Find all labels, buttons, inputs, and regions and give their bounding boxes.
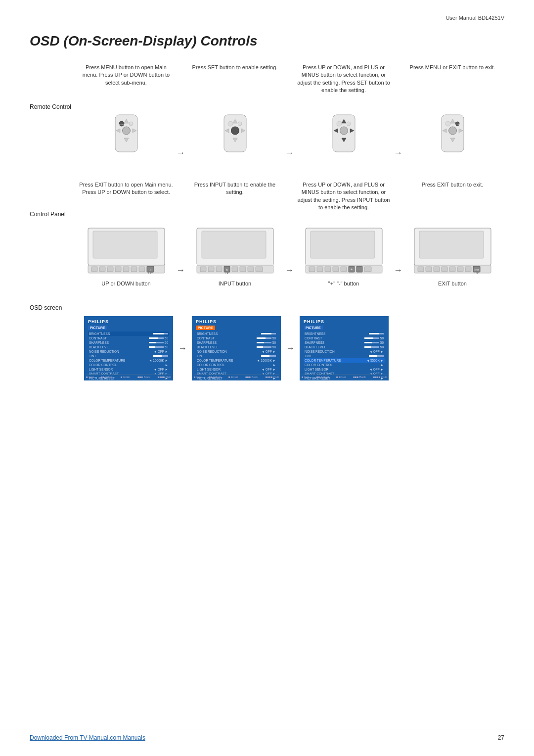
svg-rect-38 — [99, 267, 105, 272]
svg-point-22 — [340, 127, 348, 135]
svg-rect-57 — [248, 267, 254, 272]
page-title: OSD (On-Screen-Display) Controls — [30, 33, 504, 49]
header-bar: User Manual BDL4251V — [30, 15, 504, 24]
panel-diagram-arrow-3: → — [391, 226, 405, 276]
footer-link[interactable]: Downloaded From TV-Manual.com Manuals — [30, 734, 145, 741]
arrow-3 — [391, 64, 405, 103]
panel-caption-2: INPUT button — [188, 281, 282, 286]
panel-caption-4: EXIT button — [405, 281, 499, 286]
svg-rect-35 — [93, 231, 157, 258]
osd-screen-3: PHILIPS PICTURE BRIGHTNESS CONTRAST50 SH… — [300, 316, 389, 380]
panel-captions-row: UP or DOWN button INPUT button "+" "-" b… — [79, 281, 499, 286]
philips-logo-2: PHILIPS — [196, 319, 277, 324]
diagram-arrow-1: → — [173, 108, 188, 158]
remote-svg-1: MENU — [108, 112, 145, 154]
panel-diagrams-row: ↕ ☞ → — [79, 226, 499, 276]
svg-rect-67 — [341, 267, 347, 272]
panel-step-4-text: Press EXIT button to exit. — [422, 181, 484, 207]
diagram-arrow-2: → — [282, 108, 297, 158]
panel-step-2: Press INPUT button to enable the setting… — [188, 181, 282, 213]
svg-rect-51 — [208, 267, 214, 272]
svg-text:☞: ☞ — [147, 270, 153, 274]
svg-point-8 — [129, 122, 133, 126]
remote-diagram-1: MENU — [79, 112, 173, 154]
remote-control-label: Remote Control — [30, 64, 79, 110]
svg-rect-79 — [442, 267, 447, 272]
svg-rect-48 — [202, 231, 266, 258]
panel-arrow-2 — [282, 181, 297, 221]
remote-step-4: Press MENU or EXIT button to exit. — [405, 64, 499, 95]
osd-footer-2: ■ Exit■■ Adjust■ Enter■■■ Back■■■■ Quit — [194, 374, 279, 378]
panel-diagram-1: ↕ ☞ — [79, 227, 173, 274]
svg-rect-52 — [216, 267, 222, 272]
osd-footer-3: ■ Exit■■ Adjust■ Enter■■■ Back■■■■ Quit — [302, 374, 387, 378]
svg-rect-63 — [309, 267, 315, 272]
svg-rect-78 — [434, 267, 440, 272]
svg-text:+: + — [350, 268, 352, 271]
remote-step-2: Press SET button to enable setting. — [188, 64, 282, 95]
panel-svg-1: ↕ ☞ — [86, 227, 167, 274]
panel-arrow-1 — [173, 181, 188, 221]
svg-rect-37 — [91, 267, 97, 272]
svg-point-5 — [122, 127, 130, 135]
svg-rect-82 — [465, 267, 471, 272]
arrow-1 — [173, 64, 188, 103]
svg-rect-81 — [457, 267, 463, 272]
svg-text:MENU: MENU — [119, 123, 125, 126]
panel-arrow-3 — [391, 181, 405, 221]
remote-step-3: Press UP or DOWN, and PLUS or MINUS butt… — [297, 64, 391, 100]
svg-point-15 — [228, 121, 233, 126]
panel-diagram-3: + - — [297, 227, 391, 274]
panel-step-1: Press EXIT button to open Main menu. Pre… — [79, 181, 173, 213]
svg-rect-56 — [240, 267, 246, 272]
diagram-arrow-3: → — [391, 108, 405, 158]
svg-rect-42 — [131, 267, 137, 272]
svg-point-31 — [445, 121, 450, 126]
remote-step-4-text: Press MENU or EXIT button to exit. — [410, 64, 495, 90]
remote-diagrams-row: MENU → — [79, 108, 499, 158]
control-panel-section: Control Panel Press EXIT button to open … — [30, 181, 504, 286]
arrow-2 — [282, 64, 297, 103]
svg-point-24 — [347, 122, 351, 126]
svg-rect-76 — [418, 267, 424, 272]
page: User Manual BDL4251V OSD (On-Screen-Disp… — [0, 0, 534, 410]
panel-svg-4: EXIT ☞ — [412, 227, 493, 274]
svg-text:☞: ☞ — [474, 270, 479, 274]
osd-section-label: OSD screen — [30, 304, 504, 311]
footer-page-number: 27 — [498, 734, 504, 741]
osd-screens-row: PHILIPS PICTURE BRIGHTNESS CONTRAST50 SH… — [84, 316, 504, 380]
panel-diagram-arrow-1: → — [173, 226, 188, 276]
svg-text:EXIT: EXIT — [455, 124, 460, 126]
osd-screen-2: PHILIPS PICTURE BRIGHTNESS CONTRAST50 SH… — [192, 316, 281, 380]
osd-screen-section: OSD screen PHILIPS PICTURE BRIGHTNESS CO… — [30, 304, 504, 380]
remote-step-1-text: Press MENU button to open Main menu. Pre… — [79, 64, 173, 90]
osd-arrow-2: → — [286, 343, 295, 354]
svg-rect-77 — [426, 267, 432, 272]
svg-rect-61 — [311, 231, 375, 258]
control-panel-content: Press EXIT button to open Main menu. Pre… — [79, 181, 499, 286]
svg-rect-58 — [256, 267, 263, 272]
svg-point-14 — [231, 127, 239, 135]
osd-arrow-1: → — [178, 343, 187, 354]
panel-caption-1: UP or DOWN button — [79, 281, 173, 286]
svg-rect-55 — [232, 267, 238, 272]
panel-diagram-arrow-2: → — [282, 226, 297, 276]
svg-rect-74 — [419, 231, 484, 258]
svg-rect-39 — [107, 267, 113, 272]
remote-svg-4: EXIT — [434, 112, 471, 154]
page-footer: Downloaded From TV-Manual.com Manuals 27 — [0, 729, 534, 741]
svg-rect-66 — [333, 267, 339, 272]
osd-footer-1: ■ Exit■■ Adjust■ Enter■■■ Back■■■■ Quit — [86, 374, 171, 378]
panel-step-3-text: Press UP or DOWN, and PLUS or MINUS butt… — [297, 181, 391, 212]
remote-diagram-3 — [297, 112, 391, 154]
remote-step-2-text: Press SET button to enable setting. — [192, 64, 278, 90]
remote-step-3-text: Press UP or DOWN, and PLUS or MINUS butt… — [297, 64, 391, 94]
remote-steps-text-row: Press MENU button to open Main menu. Pre… — [79, 64, 499, 103]
panel-diagram-4: EXIT ☞ — [405, 227, 499, 274]
svg-rect-41 — [123, 267, 129, 272]
panel-step-4: Press EXIT button to exit. — [405, 181, 499, 213]
panel-svg-3: + - — [303, 227, 385, 274]
panel-steps-text-row: Press EXIT button to open Main menu. Pre… — [79, 181, 499, 221]
panel-step-3: Press UP or DOWN, and PLUS or MINUS butt… — [297, 181, 391, 218]
svg-rect-65 — [325, 267, 331, 272]
